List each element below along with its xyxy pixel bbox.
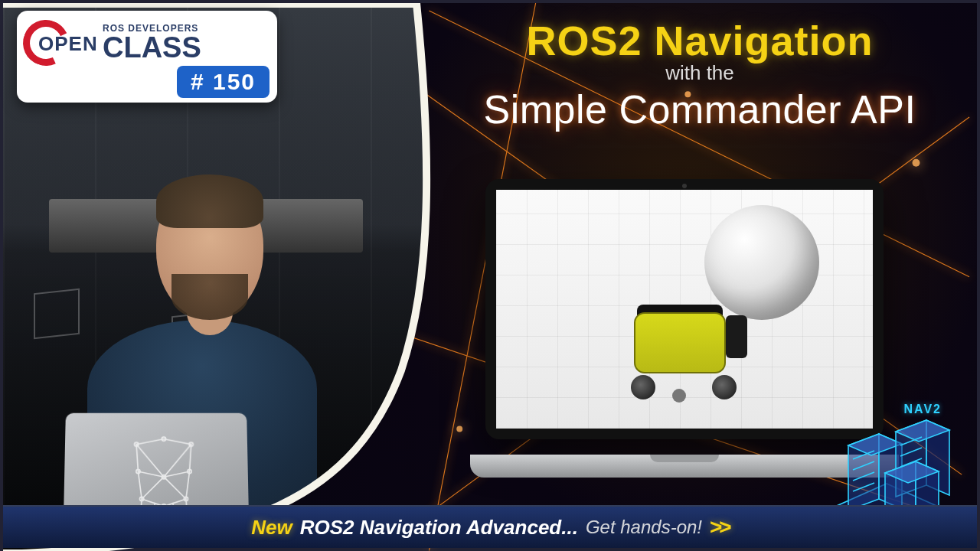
sim-viewport xyxy=(496,190,873,429)
chevron-right-icon: >> xyxy=(710,515,729,540)
title-line-3: Simple Commander API xyxy=(432,86,968,132)
title-line-1: ROS2 Navigation xyxy=(432,17,968,64)
new-label: New xyxy=(251,516,292,540)
title-line-2: with the xyxy=(432,61,968,85)
thumbnail-canvas: OPEN ROS DEVELOPERS CLASS # 150 ROS2 Nav… xyxy=(0,0,980,551)
nav2-label: NAV2 xyxy=(904,403,942,416)
episode-number: # 150 xyxy=(177,66,270,98)
open-class-badge: OPEN ROS DEVELOPERS CLASS # 150 xyxy=(17,11,277,103)
course-promo-bar[interactable]: New ROS2 Navigation Advanced... Get hand… xyxy=(3,505,977,548)
open-word: OPEN xyxy=(38,32,98,56)
sphere-obstacle xyxy=(704,205,819,320)
badge-class-word: CLASS xyxy=(103,34,201,61)
course-name: ROS2 Navigation Advanced... xyxy=(300,516,578,540)
open-logo: OPEN xyxy=(23,15,96,69)
mobile-robot xyxy=(626,305,741,396)
title-block: ROS2 Navigation with the Simple Commande… xyxy=(432,17,968,132)
svg-point-7 xyxy=(456,426,462,432)
svg-point-8 xyxy=(913,159,920,167)
course-cta: Get hands-on! xyxy=(586,517,702,538)
presenter-person xyxy=(41,152,363,549)
